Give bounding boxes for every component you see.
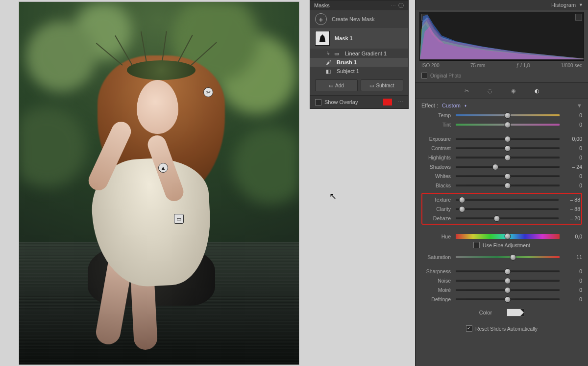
slider-temp[interactable]: Temp0 <box>416 110 588 120</box>
slider-defringe[interactable]: Defringe0 <box>416 294 588 304</box>
create-mask-label: Create New Mask <box>332 16 374 22</box>
slider-track[interactable] <box>456 114 560 116</box>
color-swatch[interactable] <box>507 309 524 316</box>
redeye-icon[interactable]: ◉ <box>509 86 518 95</box>
photo-canvas[interactable]: ✂ ▲ ▭ <box>19 1 299 365</box>
slider-thumb[interactable] <box>505 136 511 142</box>
overlay-color-swatch[interactable] <box>383 99 392 105</box>
panel-collapse-icon[interactable]: ▼ <box>577 103 582 108</box>
highlighted-slider-group: Texture– 88 Clarity– 88 Dehaze– 20 <box>421 193 582 225</box>
slider-shadows[interactable]: Shadows– 24 <box>416 162 588 171</box>
slider-texture[interactable]: Texture– 88 <box>422 195 581 204</box>
slider-track[interactable] <box>456 199 559 201</box>
histogram[interactable] <box>419 12 584 61</box>
fine-adjust-row[interactable]: Use Fine Adjustment <box>416 241 588 252</box>
slider-highlights[interactable]: Highlights0 <box>416 153 588 162</box>
crop-icon[interactable]: ✂ <box>462 86 471 95</box>
masks-panel-header[interactable]: Masks ⋯ ⓘ <box>310 0 408 10</box>
slider-track[interactable] <box>456 166 560 168</box>
slider-thumb[interactable] <box>505 233 511 239</box>
tool-strip: ✂ ◌ ◉ ◐ <box>416 82 588 99</box>
slider-track[interactable] <box>456 138 560 140</box>
slider-thumb[interactable] <box>505 145 511 152</box>
slider-thumb[interactable] <box>505 155 511 161</box>
slider-thumb[interactable] <box>505 278 511 284</box>
mask-item[interactable]: Mask 1 <box>310 28 408 49</box>
slider-thumb[interactable] <box>505 268 511 275</box>
effect-label: Effect : <box>421 103 438 108</box>
slider-track[interactable] <box>456 298 560 300</box>
mask-component[interactable]: ↳▭Linear Gradient 1 <box>310 49 408 58</box>
slider-thumb[interactable] <box>459 206 465 212</box>
overlay-checkbox[interactable] <box>315 99 321 105</box>
mask-pin-brush[interactable]: ✂ <box>203 87 213 97</box>
reset-checkbox[interactable] <box>466 325 472 332</box>
panel-menu-icon[interactable]: ⋯ ⓘ <box>391 2 404 9</box>
slider-hue[interactable]: Hue0,0 <box>416 232 588 241</box>
preset-dropdown-icon[interactable]: ♦ <box>465 104 466 108</box>
create-mask-row[interactable]: + Create New Mask <box>310 10 408 28</box>
slider-exposure[interactable]: Exposure0,00 <box>416 134 588 143</box>
slider-saturation[interactable]: Saturation11 <box>416 252 588 261</box>
mask-component-label: Linear Gradient 1 <box>345 51 387 56</box>
slider-thumb[interactable] <box>505 287 511 293</box>
slider-track[interactable] <box>456 256 560 258</box>
slider-track[interactable] <box>456 175 560 177</box>
slider-track[interactable] <box>456 157 560 158</box>
slider-contrast[interactable]: Contrast0 <box>416 143 588 153</box>
slider-noise[interactable]: Noise0 <box>416 276 588 285</box>
brush-icon: 🖌 <box>326 59 333 65</box>
effect-row: Effect : Custom ♦ ▼ <box>416 99 588 110</box>
overlay-menu-icon[interactable]: ⋯ <box>398 99 403 105</box>
slider-track[interactable] <box>456 208 559 210</box>
slider-track[interactable] <box>456 289 560 291</box>
slider-thumb[interactable] <box>505 183 511 189</box>
mask-component[interactable]: 🖌Brush 1 <box>310 58 408 67</box>
slider-track[interactable] <box>456 270 560 272</box>
exif-aperture: ƒ / 1,8 <box>516 63 530 68</box>
slider-thumb[interactable] <box>505 296 511 303</box>
mask-pin-gradient[interactable]: ▭ <box>174 214 184 224</box>
slider-sharpness[interactable]: Sharpness0 <box>416 266 588 276</box>
exif-iso: ISO 200 <box>421 63 440 68</box>
slider-tint[interactable]: Tint0 <box>416 120 588 129</box>
collapse-icon[interactable]: ▼ <box>579 2 583 7</box>
add-button[interactable]: ▭ Add <box>315 79 358 91</box>
subtract-button[interactable]: ▭ Subtract <box>361 79 403 91</box>
slider-whites[interactable]: Whites0 <box>416 171 588 181</box>
mask-pin-subject[interactable]: ▲ <box>158 163 168 173</box>
slider-track[interactable] <box>456 124 560 126</box>
mask-component[interactable]: ◧Subject 1 <box>310 67 408 76</box>
slider-track[interactable] <box>456 234 560 239</box>
slider-thumb[interactable] <box>505 173 511 180</box>
slider-thumb[interactable] <box>510 254 516 261</box>
slider-thumb[interactable] <box>505 122 511 128</box>
original-photo-row[interactable]: Original Photo <box>416 70 588 82</box>
reset-label: Reset Sliders Automatically <box>475 326 538 332</box>
color-row: Color <box>416 304 588 321</box>
slider-thumb[interactable] <box>492 164 498 170</box>
slider-track[interactable] <box>456 147 560 149</box>
reset-row[interactable]: Reset Sliders Automatically <box>416 321 588 339</box>
masking-icon[interactable]: ◐ <box>533 86 541 95</box>
show-overlay-row[interactable]: Show Overlay ⋯ <box>310 95 408 108</box>
masks-panel: Masks ⋯ ⓘ + Create New Mask Mask 1 ↳▭Lin… <box>310 0 409 109</box>
slider-track[interactable] <box>456 184 560 186</box>
original-checkbox[interactable] <box>421 73 427 78</box>
fine-adjust-checkbox[interactable] <box>473 242 480 248</box>
effect-preset[interactable]: Custom <box>442 103 461 108</box>
slider-blacks[interactable]: Blacks0 <box>416 181 588 190</box>
slider-thumb[interactable] <box>459 197 465 203</box>
plus-icon[interactable]: + <box>315 13 327 25</box>
slider-thumb[interactable] <box>494 215 500 222</box>
heal-icon[interactable]: ◌ <box>486 86 494 95</box>
overlay-label: Show Overlay <box>324 99 358 105</box>
slider-dehaze[interactable]: Dehaze– 20 <box>422 213 581 223</box>
slider-track[interactable] <box>456 217 559 219</box>
slider-thumb[interactable] <box>505 112 511 119</box>
slider-clarity[interactable]: Clarity– 88 <box>422 204 581 213</box>
histogram-header[interactable]: Histogram▼ <box>416 0 588 10</box>
slider-track[interactable] <box>456 280 560 282</box>
mask-thumbnail[interactable] <box>315 31 330 46</box>
slider-moire[interactable]: Moiré0 <box>416 285 588 294</box>
